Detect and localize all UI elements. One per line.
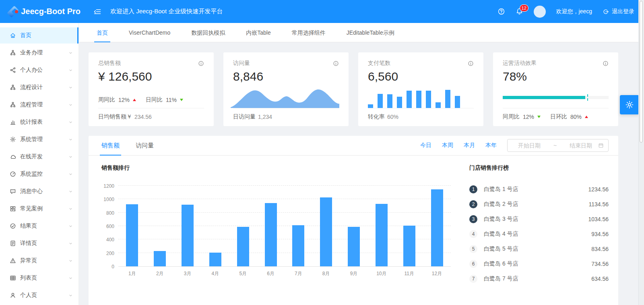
x-tick-label: 3月 xyxy=(174,270,202,277)
y-tick-label: 400 xyxy=(106,237,114,243)
info-icon[interactable] xyxy=(468,60,474,66)
sidebar-item-label: 首页 xyxy=(20,32,31,39)
bar-8月 xyxy=(320,197,332,266)
chart-plot-area xyxy=(118,186,451,267)
filter-今日[interactable]: 今日 xyxy=(420,142,431,149)
sidebar-item-流程管理[interactable]: 流程管理 xyxy=(0,97,78,113)
store-name: 白鹭岛 1 号店 xyxy=(484,186,518,193)
rank-badge: 7 xyxy=(469,275,477,283)
sidebar-item-流程设计[interactable]: 流程设计 xyxy=(0,79,78,95)
route-tab-常用选择组件[interactable]: 常用选择组件 xyxy=(292,23,326,42)
store-value: 934.56 xyxy=(591,231,609,237)
sidebar-item-在线开发[interactable]: 在线开发 xyxy=(0,149,78,165)
sidebar-item-结果页[interactable]: 结果页 xyxy=(0,218,78,234)
rank-badge: 2 xyxy=(469,200,477,208)
window-scrollbar[interactable] xyxy=(638,0,644,305)
trend-日环比: 日环比80% xyxy=(550,113,588,120)
sidebar-item-label: 在线开发 xyxy=(20,153,43,160)
end-date-input[interactable] xyxy=(564,142,598,149)
logout-button[interactable]: 退出登录 xyxy=(603,8,634,15)
home-icon xyxy=(10,32,20,39)
logout-icon xyxy=(603,8,609,15)
sidebar-item-常见案例[interactable]: 常见案例 xyxy=(0,201,78,217)
panel-tab-销售额[interactable]: 销售额 xyxy=(101,136,120,156)
store-name: 白鹭岛 2 号店 xyxy=(484,201,518,208)
store-value: 634.56 xyxy=(591,276,609,282)
rank-list: 1白鹭岛 1 号店1234.562白鹭岛 2 号店1134.563白鹭岛 3 号… xyxy=(469,182,609,286)
x-tick-label: 11月 xyxy=(395,270,423,277)
scrollbar-thumb[interactable] xyxy=(640,1,643,143)
bar-9月 xyxy=(348,227,360,266)
sidebar-item-系统管理[interactable]: 系统管理 xyxy=(0,131,78,147)
sidebar-item-首页[interactable]: 首页 xyxy=(0,27,78,44)
app-logo: Jeecg-Boot Pro xyxy=(10,6,80,17)
mini-bar xyxy=(407,91,412,108)
bar-1月 xyxy=(126,204,138,266)
x-tick-label: 8月 xyxy=(312,270,340,277)
route-tab-数据回执模拟[interactable]: 数据回执模拟 xyxy=(191,23,225,42)
date-range-picker[interactable]: ~ xyxy=(507,139,609,152)
mini-bar xyxy=(368,104,373,108)
rank-item-1: 1白鹭岛 1 号店1234.56 xyxy=(469,182,609,197)
y-tick-label: 800 xyxy=(106,210,114,216)
x-tick-label: 5月 xyxy=(229,270,257,277)
sidebar-item-列表页[interactable]: 列表页 xyxy=(0,270,78,286)
route-tab-ViserChartDemo[interactable]: ViserChartDemo xyxy=(129,23,170,42)
help-icon[interactable] xyxy=(497,8,505,15)
chevron-down-icon xyxy=(68,120,73,124)
x-tick-label: 12月 xyxy=(423,270,451,277)
card-title: 支付笔数 xyxy=(368,60,390,67)
filter-本年[interactable]: 本年 xyxy=(485,142,497,149)
chevron-down-icon xyxy=(68,224,73,228)
chevron-down-icon xyxy=(68,172,73,176)
sidebar-item-label: 系统管理 xyxy=(20,136,43,143)
chevron-down-icon xyxy=(68,241,73,246)
sidebar-item-异常页[interactable]: 异常页 xyxy=(0,253,78,269)
caret-down-icon xyxy=(537,116,541,118)
avatar[interactable] xyxy=(534,6,546,18)
sidebar-item-统计报表[interactable]: 统计报表 xyxy=(0,114,78,130)
filter-本月[interactable]: 本月 xyxy=(464,142,475,149)
card-footer-label: 转化率 xyxy=(368,113,385,120)
store-value: 734.56 xyxy=(591,261,609,267)
sidebar-item-详情页[interactable]: 详情页 xyxy=(0,235,78,251)
panel-tab-访问量[interactable]: 访问量 xyxy=(136,136,154,156)
info-icon[interactable] xyxy=(603,60,609,66)
chevron-down-icon xyxy=(68,137,73,142)
start-date-input[interactable] xyxy=(512,142,547,149)
menu-fold-icon[interactable] xyxy=(93,8,101,16)
card-value: ¥ 126,560 xyxy=(98,68,204,85)
sidebar-item-消息中心[interactable]: 消息中心 xyxy=(0,183,78,199)
sidebar-item-label: 个人页 xyxy=(20,292,37,299)
route-tab-bar: 首页ViserChartDemo数据回执模拟内嵌Table常用选择组件JEdit… xyxy=(79,23,644,42)
sidebar-item-label: 列表页 xyxy=(20,274,37,282)
y-tick-label: 600 xyxy=(106,224,114,229)
logo-icon xyxy=(10,6,16,17)
sidebar-item-业务办理[interactable]: 业务办理 xyxy=(0,45,78,61)
mini-bar xyxy=(436,102,441,108)
gridline xyxy=(118,226,451,226)
sidebar-item-个人办公[interactable]: 个人办公 xyxy=(0,62,78,78)
info-icon[interactable] xyxy=(333,60,339,66)
gridline xyxy=(118,212,451,213)
notification-bell-icon[interactable]: 12 xyxy=(516,8,523,15)
gridline xyxy=(118,185,451,186)
gear-icon xyxy=(10,136,20,143)
sidebar-item-系统监控[interactable]: 系统监控 xyxy=(0,166,78,182)
sales-bar-chart: 020040060080010001200 1月2月3月4月5月6月7月8月9月… xyxy=(101,186,451,277)
sidebar-item-个人页[interactable]: 个人页 xyxy=(0,287,78,303)
route-tab-首页[interactable]: 首页 xyxy=(97,23,108,42)
mini-bar xyxy=(397,97,402,108)
info-icon[interactable] xyxy=(198,60,204,66)
sidebar: 首页业务办理个人办公流程设计流程管理统计报表系统管理在线开发系统监控消息中心常见… xyxy=(0,23,79,305)
stat-card-activity: 运营活动效果 78% 同周比12%日环比80% xyxy=(493,52,618,126)
rank-item-3: 3白鹭岛 3 号店1034.56 xyxy=(469,212,609,226)
chevron-down-icon xyxy=(68,68,73,73)
store-value: 834.56 xyxy=(591,246,609,252)
route-tab-JEditableTable示例[interactable]: JEditableTable示例 xyxy=(347,23,394,42)
settings-fab-button[interactable] xyxy=(620,95,639,114)
route-tab-内嵌Table[interactable]: 内嵌Table xyxy=(246,23,270,42)
filter-本周[interactable]: 本周 xyxy=(442,142,453,149)
caret-down-icon xyxy=(180,99,183,101)
rank-badge: 1 xyxy=(469,185,477,193)
